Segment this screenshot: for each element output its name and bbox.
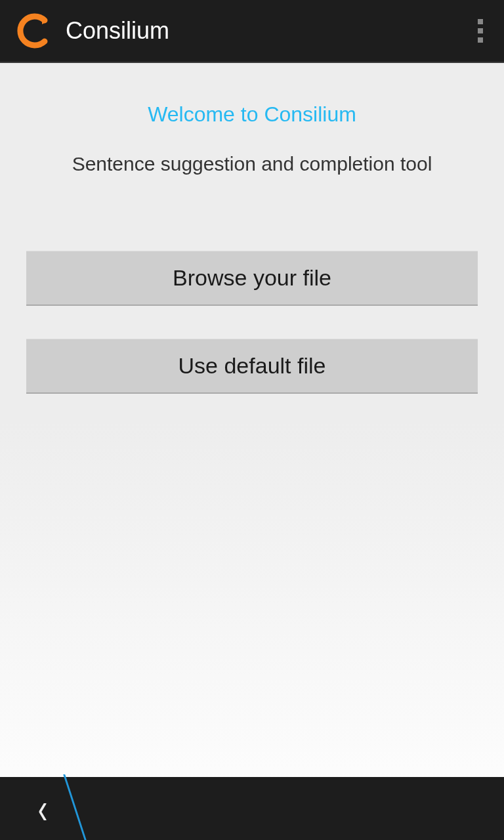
browse-file-button[interactable]: Browse your file [26,251,478,306]
back-chevron-icon: ‹ [38,784,48,833]
action-bar: Consilium [0,0,504,63]
back-button[interactable]: ‹ [0,777,85,840]
overflow-menu-icon[interactable] [472,14,488,48]
use-default-file-button[interactable]: Use default file [26,339,478,394]
main-content: Welcome to Consilium Sentence suggestion… [0,63,504,777]
app-title: Consilium [66,17,472,45]
subtitle-text: Sentence suggestion and completion tool [72,153,432,175]
app-icon [16,12,52,49]
welcome-heading: Welcome to Consilium [148,102,356,127]
navigation-bar: ‹ [0,777,504,840]
